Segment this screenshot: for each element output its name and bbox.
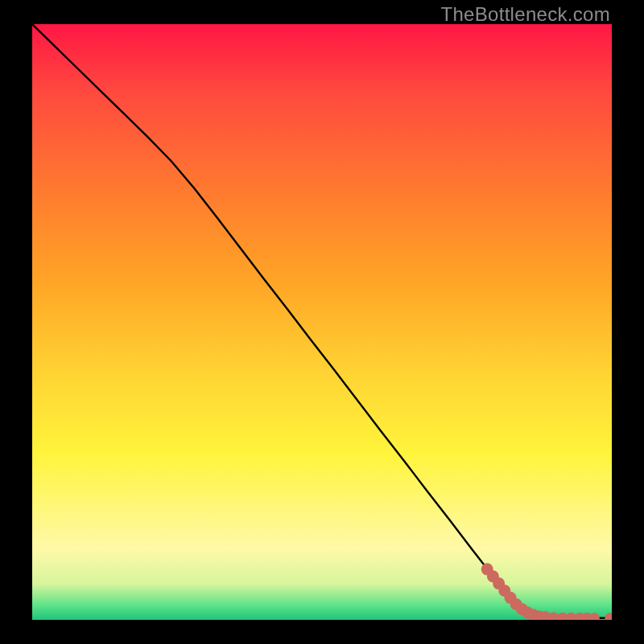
watermark-text: TheBottleneck.com	[440, 3, 610, 26]
gradient-background	[32, 24, 612, 620]
chart-frame: TheBottleneck.com	[0, 0, 644, 644]
chart-plot	[32, 24, 612, 620]
